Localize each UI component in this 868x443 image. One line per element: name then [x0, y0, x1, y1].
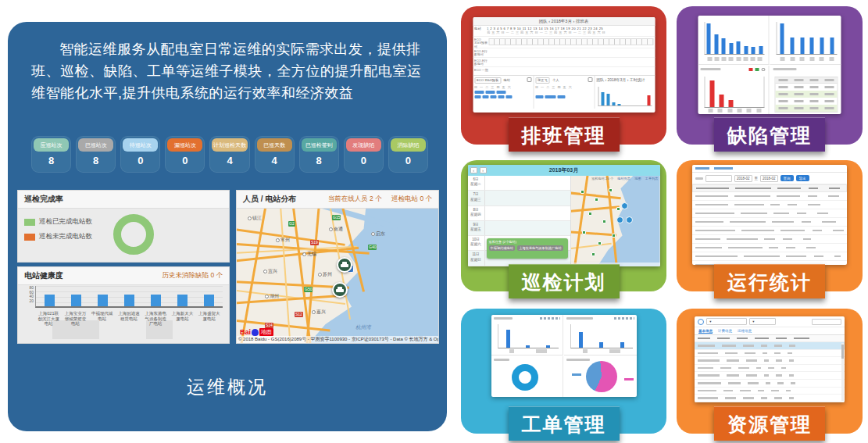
table-row[interactable]	[695, 350, 845, 358]
completion-rate-title: 巡检完成率	[24, 194, 63, 205]
map-toolbar[interactable]: 巡检电站 20 个 电站列表 地图 工单列表	[588, 177, 658, 180]
schedule-row: ECO-E行配电站	[473, 58, 655, 67]
workorder-bar-chart-2	[564, 315, 637, 355]
station-select[interactable]: ECO 35kV预装	[474, 77, 501, 84]
city-label: 无锡	[302, 251, 316, 258]
export-button[interactable]: 导出	[796, 175, 809, 181]
bar	[177, 295, 188, 306]
online-personnel-count: 当前在线人员 2 个	[328, 195, 382, 202]
stat-label: 已巡检签到	[302, 138, 337, 152]
station-mini-calendar: ECO 35kV预装 电站 日 一 二 三 四 五 六	[473, 76, 534, 109]
module-card-statistics[interactable]: 2018-02 至 2018-02 查询 导出 运行统计	[677, 160, 863, 291]
table-row[interactable]	[695, 365, 845, 373]
tab-basic-info: 基本信息	[698, 329, 713, 334]
city-label: 镇江	[248, 215, 262, 222]
statistics-screenshot: 2018-02 至 2018-02 查询 导出	[692, 165, 847, 265]
table-row[interactable]	[695, 395, 845, 402]
bar	[98, 295, 108, 306]
station-marker[interactable]	[621, 202, 628, 209]
table-row[interactable]	[695, 388, 845, 395]
table-row	[692, 192, 847, 201]
type-select[interactable]: ▾	[749, 318, 776, 325]
date-from-input[interactable]: 2018-02	[734, 175, 752, 182]
resources-screenshot: ▾ ▾ 基本信息 计费信息 运维信息	[695, 316, 845, 402]
filter-select[interactable]	[705, 175, 732, 182]
stat-card-plan-days: 计划巡检天数 4	[209, 136, 249, 173]
inspection-task-popup: 巡检任务 (2个电站) 中福现代城电站 上海东港电气设备制造厂电站	[487, 238, 568, 259]
overview-panel: 智能运维服务从配电室日常运维的实际需求出发，提供排班、巡检、缺陷、工单等运维子模…	[8, 22, 447, 431]
patrol-car-marker[interactable]	[337, 257, 352, 273]
table-row[interactable]	[695, 357, 845, 365]
station-task-button[interactable]: 上海东港电气设备制造厂电站	[517, 245, 563, 251]
bar	[45, 295, 55, 306]
station-marker[interactable]	[616, 216, 623, 223]
city-label: 苏州	[318, 271, 332, 278]
table-row[interactable]	[695, 372, 845, 380]
module-label-scheduling: 排班管理	[509, 117, 620, 152]
baidu-paw-icon	[252, 329, 259, 336]
table-row-selected[interactable]	[695, 342, 845, 350]
stat-label: 发现缺陷	[346, 138, 381, 152]
legend-label: 巡检未完成电站数	[39, 232, 92, 241]
table-row	[692, 209, 847, 218]
resource-tabs[interactable]: 基本信息 计费信息 运维信息	[695, 327, 845, 335]
calendar-icon[interactable]	[527, 77, 531, 82]
station-marker[interactable]	[626, 216, 633, 223]
module-card-defects[interactable]: 缺陷管理	[677, 6, 863, 145]
stat-value: 0	[388, 155, 428, 166]
query-button[interactable]: 查询	[780, 175, 794, 181]
bar	[151, 295, 161, 306]
patrol-car-marker[interactable]	[332, 282, 348, 298]
stat-value: 8	[299, 155, 339, 166]
baidu-map[interactable]: G2 G15 S19 G40 G50 S12 S14 镇江 南通 常州 无锡 苏…	[237, 209, 438, 343]
module-label-resources: 资源管理	[714, 406, 825, 441]
person-mini-calendar: 张正飞 个人 日 一 二 三 四 五 六	[534, 76, 595, 109]
module-card-scheduling[interactable]: 团队 ‹ 2018年3月 › 排班表 电站 1 2 3 4 5 6 7 8 9 …	[461, 6, 666, 145]
scheduling-screenshot: 团队 ‹ 2018年3月 › 排班表 电站 1 2 3 4 5 6 7 8 9 …	[473, 17, 655, 113]
defect-trend-chart	[698, 66, 770, 114]
inspection-plan-screenshot: ‹ › 2018年03月 6日星期二 7日星期三 8日星期四 9日星期五 10日…	[468, 165, 660, 266]
stat-card-done: 已巡站次 8	[76, 136, 116, 173]
info-icon	[698, 319, 704, 325]
module-card-resources[interactable]: ▾ ▾ 基本信息 计费信息 运维信息 资源管理	[677, 309, 863, 434]
module-card-inspection-plan[interactable]: ‹ › 2018年03月 6日星期二 7日星期三 8日星期四 9日星期五 10日…	[461, 160, 666, 291]
city-label: 南通	[329, 226, 343, 233]
workorder-donut-chart	[491, 356, 563, 397]
station-task-button[interactable]: 中福现代城电站	[489, 245, 515, 251]
defect-bar-chart-2	[770, 16, 841, 65]
defect-bar-chart-1	[698, 16, 770, 65]
stat-value: 0	[344, 155, 384, 166]
person-select[interactable]: 张正飞	[535, 77, 550, 84]
station-labels: 上海021联创滨江大厦电站 上海宝业万华城荣耀变电站 中福现代城电站 上海冠迪速…	[35, 311, 223, 327]
scrollbar[interactable]	[841, 343, 844, 401]
table-row	[692, 252, 847, 261]
table-row	[692, 227, 847, 235]
plan-map[interactable]: 巡检电站 20 个 电站列表 地图 工单列表	[571, 176, 660, 266]
table-row[interactable]	[695, 380, 845, 388]
stat-value: 0	[165, 155, 205, 166]
overview-caption: 运维概况	[8, 375, 447, 399]
resource-table-header	[695, 335, 845, 342]
highway-shield: G2	[288, 221, 295, 227]
stat-card-due: 应巡站次 8	[31, 136, 71, 173]
map-panel-title: 人员 / 电站分布	[243, 194, 296, 205]
module-card-workorders[interactable]: 工单管理	[461, 309, 666, 434]
workorders-screenshot	[491, 315, 637, 397]
completion-legend: 巡检已完成电站数 巡检未完成电站数	[24, 217, 92, 247]
stat-label: 已巡天数	[257, 138, 292, 152]
to-label: 至	[755, 177, 759, 180]
calendar-day-list: 6日星期二 7日星期三 8日星期四 9日星期五 10日星期六 11日星期日 巡检…	[468, 176, 571, 266]
bar	[124, 295, 134, 306]
stats-tabs[interactable]	[692, 165, 847, 173]
station-health-title: 电站健康度	[24, 270, 63, 281]
station-select[interactable]: ▾	[706, 318, 747, 325]
stat-card-defect-found: 发现缺陷 0	[344, 136, 384, 173]
highway-shield: S12	[295, 312, 303, 317]
calendar-icon[interactable]	[588, 77, 592, 82]
station-column-header: 电站	[474, 27, 487, 35]
bar	[204, 295, 214, 306]
patrol-station-count: 巡检电站 0 个	[391, 195, 432, 202]
date-to-input[interactable]: 2018-02	[760, 175, 778, 182]
slide-canvas: 智能运维服务从配电室日常运维的实际需求出发，提供排班、巡检、缺陷、工单等运维子模…	[0, 0, 868, 443]
search-input[interactable]	[812, 319, 841, 325]
